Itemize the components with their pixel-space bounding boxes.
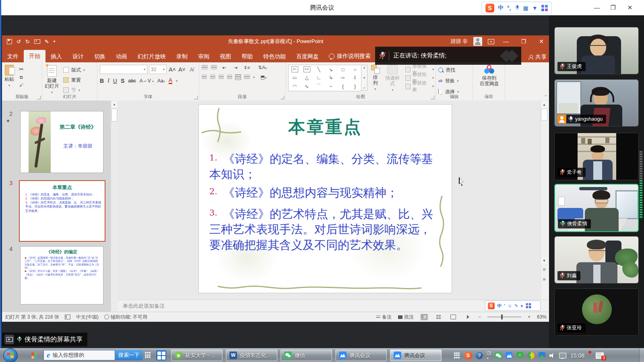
copy-button[interactable]: ⧉ [17,75,25,80]
replace-button[interactable]: ab替换▾ [438,76,471,85]
tray-wechat-icon[interactable] [495,352,502,359]
ime-emoji-icon[interactable]: ☺ [508,303,512,308]
collapse-ribbon-button[interactable]: ⌃ [544,95,547,99]
scroll-thumb[interactable] [541,109,547,121]
tab-insert[interactable]: 插入 [45,50,67,62]
thumbnail-scrollbar[interactable]: ▲ [111,101,118,312]
quick-styles-button[interactable]: 快速样式▾ [383,65,402,92]
ime-skin-icon[interactable]: ▼ [532,5,538,11]
grid-launcher-icon[interactable] [145,352,151,358]
ime-chinese-mode-icon[interactable]: 中 [498,4,504,12]
thumb-scroll-up-icon[interactable]: ▲ [111,101,117,107]
reset-button[interactable]: 重置 [63,76,85,84]
scroll-up-button[interactable]: ▲ [541,101,547,108]
ppt-minimize-button[interactable]: — [500,38,512,45]
editor-scrollbar[interactable] [541,101,548,272]
new-slide-button[interactable]: 新建 幻灯片▾ [45,65,59,95]
change-case-button[interactable]: Aa▾ [157,78,165,84]
tell-me-search[interactable]: 操作说明搜索 [324,50,376,62]
bullets-button[interactable] [202,65,208,70]
save-icon[interactable] [7,39,12,44]
meeting-maximize-button[interactable]: ❐ [606,0,620,15]
normal-view-button[interactable] [420,314,428,321]
tab-special-features[interactable]: 特色功能 [258,50,291,62]
participant-tile-wangjunhu[interactable]: 王俊虎 [554,27,639,74]
zoom-in-button[interactable]: + [528,314,530,320]
accessibility-status[interactable]: 辅助功能: 不可用 [104,314,147,321]
taskbar-button-word[interactable]: W疫情常态化... [226,350,277,361]
participant-tile-zhangyaling[interactable]: 张亚玲 [554,288,639,336]
tab-help[interactable]: 帮助 [236,50,258,62]
cut-button[interactable]: ✂ [17,66,25,72]
distribute-button[interactable] [235,75,241,80]
numbering-button[interactable] [211,65,217,70]
meeting-minimize-button[interactable]: — [590,0,604,15]
tray-clock[interactable]: 15:08 [570,352,584,359]
decrease-indent-button[interactable]: ⇤ [220,65,228,70]
comments-toggle[interactable]: 批注 [398,314,414,321]
taskbar-button-meeting-1[interactable]: 腾讯会议 [335,350,387,361]
customize-qat-icon[interactable]: ▾ [54,39,56,43]
align-center-button[interactable] [210,75,215,80]
launcher-icon[interactable] [31,352,38,359]
ime-punct-icon[interactable]: ’ [504,303,505,308]
sogou-mini-toolbar[interactable]: S 中 ’ ☺ ✎ ♦ [485,300,541,311]
tray-window-icon[interactable]: ❐▾ [487,351,491,360]
ime-toolbox-icon[interactable] [526,303,531,309]
sogou-ime-toolbar[interactable]: S 中 °, ▦ ▼ [481,2,552,14]
scroll-down-button[interactable]: ▼ [541,257,547,264]
slideshow-view-button[interactable] [464,314,472,321]
slideshow-icon[interactable] [34,39,40,44]
section-button[interactable]: 节▾ [63,86,85,95]
underline-button[interactable]: U [113,78,117,84]
tray-overflow-icon[interactable] [454,352,460,359]
sogou-logo-icon[interactable]: S [488,302,495,309]
tab-transitions[interactable]: 切换 [89,50,111,62]
sogou-logo-icon[interactable]: S [485,4,494,12]
tray-sogou-icon[interactable]: S [464,352,472,359]
tab-design[interactable]: 设计 [67,50,89,62]
ime-toolbox-icon[interactable] [541,5,548,11]
taskbar-button-wechat[interactable]: 微信 [281,350,332,361]
tab-review[interactable]: 审阅 [193,50,215,62]
clipboard-dialog-launcher[interactable] [37,96,41,99]
ppt-share-button[interactable]: 共享 [528,53,547,61]
ppt-restore-button[interactable]: ❐ [518,38,530,45]
grow-font-button[interactable]: A˄ [168,66,176,73]
tab-animations[interactable]: 动画 [111,50,132,62]
spellcheck-icon[interactable] [65,315,70,319]
zoom-level[interactable]: 63% [537,314,547,320]
font-name-combobox[interactable]: ▾ [100,65,147,74]
tab-slideshow[interactable]: 幻灯片放映 [132,50,171,62]
account-avatar[interactable] [473,37,482,46]
tab-record[interactable]: 录制 [171,50,193,62]
ime-pen-icon[interactable]: ✎ [514,303,518,309]
line-spacing-button[interactable]: ⇕≡ [243,65,251,70]
tab-view[interactable]: 视图 [215,50,236,62]
slide-canvas[interactable]: 本章重点 1.《诗经》的定名、编集、分类、流传等基本知识； 2.《诗经》的思想内… [199,105,452,293]
thumb-scroll-thumb[interactable] [111,109,117,121]
next-slide-button[interactable]: ⇊ [541,276,547,282]
tab-baidu-netdisk[interactable]: 百度网盘 [291,50,324,62]
taskbar-button-browser[interactable]: e延安大学 - ... [171,350,223,361]
participant-tile-dangziqi[interactable]: 党子奇 [554,133,639,180]
language-status[interactable]: 中文(中国) [76,314,99,321]
ime-mic-icon[interactable]: ♦ [521,303,523,308]
strikethrough-button[interactable]: abc [128,78,136,84]
tray-volume-icon[interactable] [549,353,555,358]
slide-thumbnail-3-selected[interactable]: 本章重点 1. 《诗经》的定名、编集、分类、流传等基本知识； 2. 《诗经》的思… [19,180,105,242]
tray-360-icon[interactable]: + [527,352,535,359]
ribbon-display-options-icon[interactable]: ▴ [488,39,494,44]
increase-indent-button[interactable]: ⇥ [231,65,239,70]
previous-slide-button[interactable]: ⇈ [541,267,547,273]
find-button[interactable]: 查找 [438,66,471,74]
arrange-button[interactable]: 排列▾ [371,65,380,91]
clear-format-button[interactable]: A̸ [188,66,196,73]
tab-file[interactable]: 文件 [2,50,24,62]
slide-sorter-view-button[interactable] [435,314,443,321]
redo-icon[interactable]: ↻ [25,39,30,45]
shape-effects-button[interactable]: 形状效果▾ [405,82,434,90]
text-direction-button[interactable]: ⇅A▾ [258,65,267,70]
ime-keyboard-icon[interactable]: ▦ [523,5,528,11]
shrink-font-button[interactable]: A˅ [178,66,186,73]
